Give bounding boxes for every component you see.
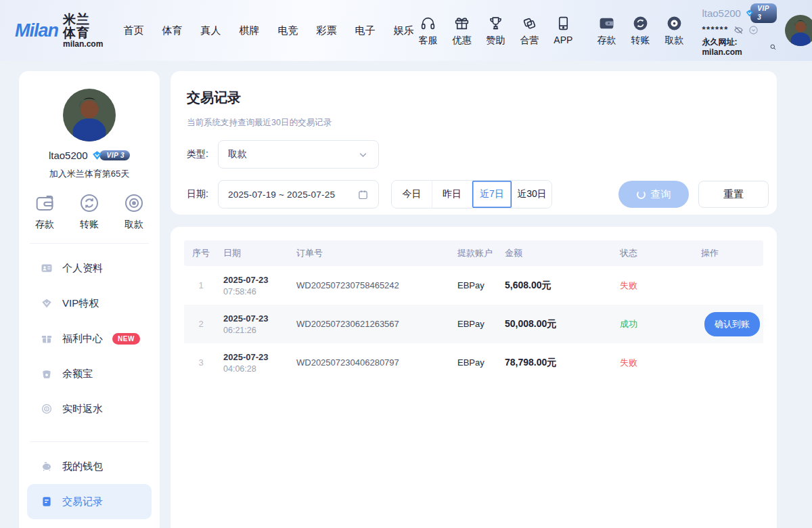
transfer-icon bbox=[78, 192, 100, 214]
loading-spinner-icon bbox=[637, 190, 646, 199]
brand-domain: milan.com bbox=[63, 40, 103, 49]
sidebar-avatar[interactable] bbox=[63, 89, 116, 141]
vip-gem-icon bbox=[41, 297, 53, 309]
trophy-icon bbox=[487, 15, 504, 32]
row-date-value: 2025-07-23 bbox=[223, 313, 291, 324]
eye-off-icon[interactable] bbox=[734, 25, 744, 35]
withdraw-link[interactable]: 取款 bbox=[660, 15, 688, 47]
page-subtitle: 当前系统支持查询最近30日的交易记录 bbox=[187, 117, 769, 129]
vip-level-label: VIP 3 bbox=[750, 3, 777, 23]
nav-item-lottery[interactable]: 彩票 bbox=[316, 24, 336, 37]
sidebar-item-vip[interactable]: VIP特权 bbox=[19, 286, 160, 321]
row-date-value: 2025-07-23 bbox=[223, 352, 291, 362]
type-select[interactable]: 取款 bbox=[218, 140, 379, 169]
date-label: 日期: bbox=[187, 188, 218, 200]
partner-link[interactable]: 合营 bbox=[515, 15, 543, 47]
sidebar: ltao5200 VIP 3 加入米兰体育第65天 存款 转账 取款 bbox=[19, 71, 160, 528]
service-label: 客服 bbox=[418, 35, 437, 47]
query-button[interactable]: 查询 bbox=[618, 181, 689, 208]
page-title: 交易记录 bbox=[187, 89, 769, 107]
col-date: 日期 bbox=[218, 247, 291, 259]
avatar[interactable] bbox=[785, 15, 812, 46]
sidebar-withdraw-action[interactable]: 取款 bbox=[123, 192, 145, 231]
partner-tags-icon bbox=[521, 15, 538, 32]
range-today-button[interactable]: 今日 bbox=[392, 181, 432, 208]
range-7days-button[interactable]: 近7日 bbox=[472, 181, 512, 208]
row-account: EBPay bbox=[452, 357, 499, 368]
sidebar-item-profile[interactable]: 个人资料 bbox=[19, 250, 160, 286]
sidebar-quick-actions: 存款 转账 取款 bbox=[19, 192, 160, 231]
row-amount: 78,798.00元 bbox=[499, 357, 614, 369]
nav-item-sports[interactable]: 体育 bbox=[162, 24, 182, 37]
permanent-url-label: 永久网址: milan.com bbox=[702, 37, 767, 58]
magnifier-icon[interactable] bbox=[769, 43, 777, 51]
topbar-right: 客服 优惠 赞助 合营 APP bbox=[413, 3, 812, 57]
promo-link[interactable]: 优惠 bbox=[447, 15, 476, 47]
nav-item-entertainment[interactable]: 娱乐 bbox=[393, 24, 413, 37]
sidebar-deposit-action[interactable]: 存款 bbox=[34, 192, 55, 231]
range-30days-button[interactable]: 近30日 bbox=[512, 181, 551, 208]
new-badge: NEW bbox=[112, 333, 140, 345]
row-time-value: 07:58:46 bbox=[223, 287, 291, 296]
sidebar-transfer-action[interactable]: 转账 bbox=[78, 192, 100, 231]
sidebar-vip-badge[interactable]: VIP 3 bbox=[91, 150, 130, 161]
filter-card: 交易记录 当前系统支持查询最近30日的交易记录 类型: 取款 日期: 2025-… bbox=[171, 71, 777, 215]
range-yesterday-button[interactable]: 昨日 bbox=[432, 181, 472, 208]
row-time-value: 04:06:28 bbox=[223, 364, 291, 374]
sidebar-item-profile-label: 个人资料 bbox=[62, 262, 103, 275]
service-link[interactable]: 客服 bbox=[413, 15, 442, 47]
transfer-link[interactable]: 转账 bbox=[626, 15, 654, 47]
sponsor-label: 赞助 bbox=[486, 35, 505, 47]
sidebar-item-yuebao-label: 余额宝 bbox=[62, 368, 93, 380]
nav-item-chess[interactable]: 棋牌 bbox=[239, 24, 259, 37]
withdraw-label: 取款 bbox=[664, 35, 683, 47]
sidebar-divider bbox=[30, 243, 149, 244]
row-order-number: WD202507230758465242 bbox=[291, 280, 452, 290]
withdraw-filled-icon bbox=[666, 15, 683, 32]
col-status: 状态 bbox=[614, 247, 696, 259]
wallet-filled-icon bbox=[598, 15, 615, 32]
row-time-value: 06:21:26 bbox=[223, 326, 291, 335]
sidebar-item-transactions[interactable]: 交易记录 bbox=[27, 484, 152, 519]
username[interactable]: ltao5200 bbox=[702, 7, 741, 20]
confirm-receipt-button[interactable]: 确认到账 bbox=[704, 312, 760, 336]
nav-item-esports[interactable]: 电竞 bbox=[277, 24, 298, 37]
promo-label: 优惠 bbox=[452, 35, 471, 47]
chevron-circle-icon[interactable] bbox=[748, 25, 759, 35]
chevron-down-icon bbox=[357, 149, 369, 160]
date-range-input[interactable]: 2025-07-19 ~ 2025-07-25 bbox=[218, 180, 379, 208]
nav-item-home[interactable]: 首页 bbox=[123, 24, 143, 37]
status-badge: 成功 bbox=[614, 318, 696, 330]
deposit-link[interactable]: 存款 bbox=[592, 15, 621, 47]
user-block: ltao5200 VIP 3 ****** 永久网址: milan.com bbox=[702, 3, 777, 57]
app-link[interactable]: APP bbox=[549, 15, 577, 47]
brand-logo[interactable]: Milan 米兰体育 milan.com bbox=[15, 13, 103, 48]
calendar-icon bbox=[357, 189, 369, 200]
sidebar-item-welfare[interactable]: 福利中心 NEW bbox=[19, 321, 160, 356]
piggy-icon bbox=[41, 460, 53, 472]
vip-badge[interactable]: VIP 3 bbox=[745, 3, 777, 23]
topbar-wallet-links: 存款 转账 取款 bbox=[592, 15, 688, 47]
nav-item-slots[interactable]: 电子 bbox=[355, 24, 375, 37]
type-row: 类型: 取款 bbox=[187, 140, 769, 169]
sidebar-item-rebate[interactable]: 实时返水 bbox=[19, 391, 160, 426]
sidebar-item-bets[interactable]: 投注记录 bbox=[19, 519, 160, 528]
sidebar-menu-records: 我的钱包 交易记录 投注记录 bbox=[19, 446, 160, 528]
col-action: 操作 bbox=[696, 247, 763, 259]
wallet-icon bbox=[34, 192, 55, 214]
sidebar-item-wallet-label: 我的钱包 bbox=[62, 460, 103, 473]
date-row: 日期: 2025-07-19 ~ 2025-07-25 今日 昨日 近7日 近3… bbox=[187, 180, 769, 208]
sidebar-item-wallet[interactable]: 我的钱包 bbox=[19, 449, 160, 484]
brand-logo-text: 米兰体育 milan.com bbox=[63, 13, 103, 48]
sidebar-item-yuebao[interactable]: 余额宝 bbox=[19, 356, 160, 391]
filter-actions: 查询 重置 bbox=[618, 181, 769, 208]
sidebar-username: ltao5200 bbox=[49, 150, 88, 161]
sponsor-link[interactable]: 赞助 bbox=[481, 15, 510, 47]
reset-button[interactable]: 重置 bbox=[698, 181, 769, 208]
nav-item-live[interactable]: 真人 bbox=[200, 24, 221, 37]
topbar-quick-links: 客服 优惠 赞助 合营 APP bbox=[413, 15, 577, 47]
transactions-table-card: 序号 日期 订单号 提款账户 金额 状态 操作 1 2025-07-23 07:… bbox=[171, 227, 777, 528]
row-date: 2025-07-23 04:06:28 bbox=[218, 352, 291, 374]
brand-logo-script: Milan bbox=[15, 20, 58, 41]
brand-name-cn: 米兰体育 bbox=[63, 13, 103, 40]
